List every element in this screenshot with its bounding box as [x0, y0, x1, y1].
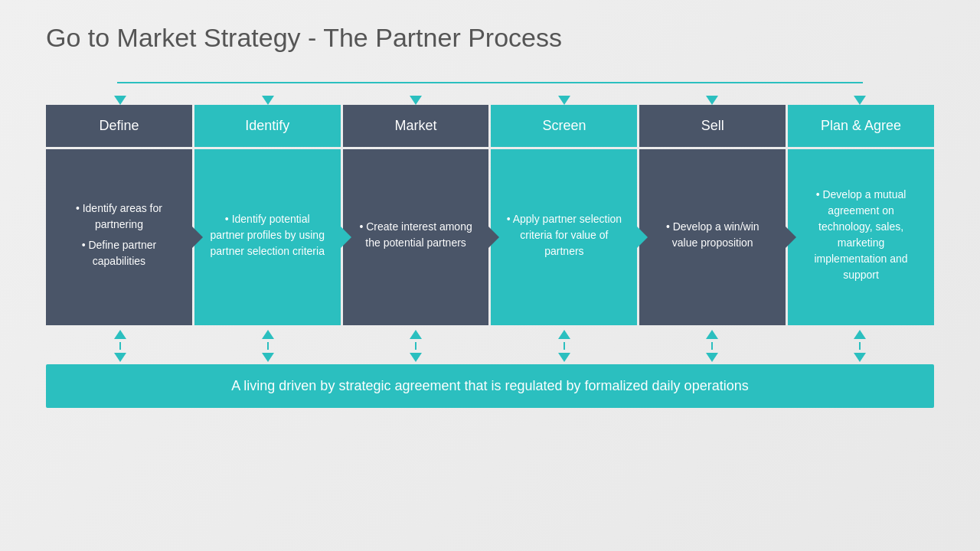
top-connector: [46, 74, 934, 105]
content-market: Create interest among the potential part…: [343, 149, 489, 325]
identify-bullets: Identify potential partner profiles by u…: [207, 211, 328, 264]
top-arrow-3: [342, 74, 490, 105]
footer-banner: A living driven by strategic agreement t…: [46, 364, 934, 408]
content-row: Identify areas for partnering Define par…: [46, 149, 934, 325]
arrow-down-icon: [706, 353, 718, 362]
arrow-bar: [415, 342, 416, 350]
bottom-arrows-row: [46, 328, 934, 363]
arrow-up-icon: [706, 330, 718, 339]
header-define: Define: [46, 105, 192, 147]
bottom-arrow-5: [638, 328, 786, 363]
double-arrow-1: [114, 330, 126, 362]
header-plan-agree: Plan & Agree: [788, 105, 934, 147]
top-arrows-row: [46, 74, 934, 105]
arrow-up-icon: [114, 330, 126, 339]
arrow-down-icon: [262, 353, 274, 362]
arrow-bar: [267, 342, 269, 350]
sell-bullets: Develop a win/win value proposition: [652, 219, 773, 256]
bottom-arrow-3: [342, 328, 490, 363]
sell-bullet-1: Develop a win/win value proposition: [652, 219, 773, 251]
arrow-down-icon: [558, 96, 570, 105]
top-arrow-1: [46, 74, 194, 105]
arrow-bar: [564, 342, 565, 350]
content-plan-agree: Develop a mutual agreement on technology…: [788, 149, 934, 325]
identify-bullet-1: Identify potential partner profiles by u…: [207, 211, 328, 259]
arrow-down-icon: [410, 96, 422, 105]
arrow-down-icon: [262, 96, 274, 105]
chevron-market: [485, 223, 499, 251]
arrow-down-icon: [410, 353, 422, 362]
plan-agree-bullet-1: Develop a mutual agreement on technology…: [800, 187, 922, 283]
bottom-arrow-4: [490, 328, 638, 363]
double-arrow-2: [262, 330, 274, 362]
chevron-define: [189, 223, 203, 251]
arrow-down-icon: [706, 96, 718, 105]
arrow-bar: [119, 342, 121, 350]
arrow-down-icon: [114, 96, 126, 105]
top-arrow-5: [638, 74, 786, 105]
arrow-bar: [859, 342, 861, 350]
arrow-up-icon: [410, 330, 422, 339]
header-market: Market: [343, 105, 489, 147]
arrow-down-icon: [854, 96, 866, 105]
content-sell: Develop a win/win value proposition: [639, 149, 786, 325]
content-define: Identify areas for partnering Define par…: [46, 149, 192, 325]
top-arrow-6: [786, 74, 934, 105]
chevron-screen: [634, 223, 648, 251]
screen-bullets: Apply partner selection criteria for val…: [503, 211, 625, 264]
bottom-arrow-1: [46, 328, 194, 363]
arrow-down-icon: [114, 353, 126, 362]
bottom-arrow-2: [194, 328, 341, 363]
chevron-sell: [782, 223, 796, 251]
top-arrow-4: [490, 74, 638, 105]
plan-agree-bullets: Develop a mutual agreement on technology…: [800, 187, 922, 288]
diagram-container: Define Identify Market Screen Sell Plan …: [46, 74, 934, 408]
header-screen: Screen: [491, 105, 637, 147]
chevron-identify: [338, 223, 351, 251]
market-bullets: Create interest among the potential part…: [355, 219, 477, 256]
bottom-arrow-6: [786, 328, 934, 363]
double-arrow-5: [706, 330, 718, 362]
arrow-up-icon: [262, 330, 274, 339]
market-bullet-1: Create interest among the potential part…: [355, 219, 477, 251]
content-screen: Apply partner selection criteria for val…: [491, 149, 637, 325]
double-arrow-4: [558, 330, 570, 362]
arrow-bar: [711, 342, 713, 350]
define-bullet-1: Identify areas for partnering: [58, 201, 180, 233]
arrow-down-icon: [854, 353, 866, 362]
define-bullets: Identify areas for partnering Define par…: [58, 201, 180, 274]
top-arrow-2: [194, 74, 341, 105]
double-arrow-3: [410, 330, 422, 362]
content-identify: Identify potential partner profiles by u…: [194, 149, 341, 325]
arrow-up-icon: [558, 330, 570, 339]
header-identify: Identify: [194, 105, 341, 147]
arrow-up-icon: [854, 330, 866, 339]
screen-bullet-1: Apply partner selection criteria for val…: [503, 211, 625, 259]
arrow-down-icon: [558, 353, 570, 362]
header-sell: Sell: [639, 105, 786, 147]
header-row: Define Identify Market Screen Sell Plan …: [46, 105, 934, 147]
page-title: Go to Market Strategy - The Partner Proc…: [46, 23, 562, 53]
define-bullet-2: Define partner capabilities: [58, 237, 180, 269]
double-arrow-6: [854, 330, 866, 362]
